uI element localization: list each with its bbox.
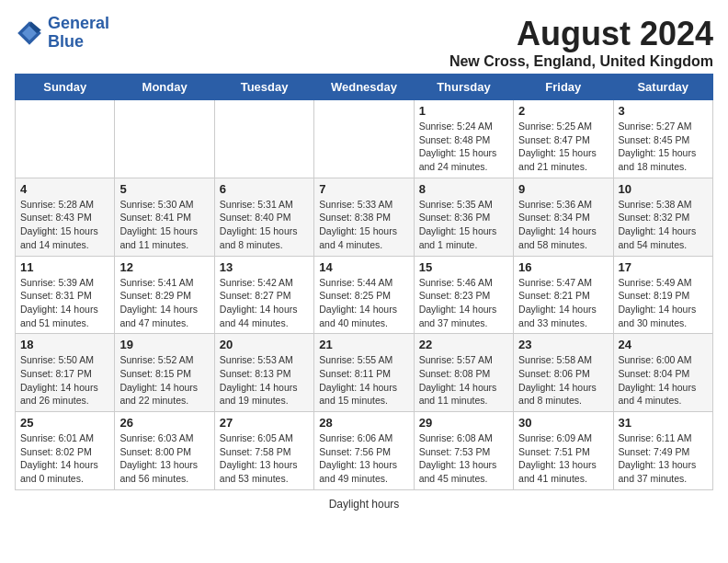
- calendar-cell: 10Sunrise: 5:38 AM Sunset: 8:32 PM Dayli…: [613, 178, 712, 256]
- calendar-table: SundayMondayTuesdayWednesdayThursdayFrid…: [15, 74, 713, 490]
- header: General Blue August 2024 New Cross, Engl…: [15, 15, 713, 70]
- calendar-cell: [314, 100, 414, 178]
- calendar-cell: 6Sunrise: 5:31 AM Sunset: 8:40 PM Daylig…: [214, 178, 313, 256]
- day-number: 8: [419, 182, 508, 196]
- day-number: 20: [220, 338, 309, 351]
- calendar-cell: 12Sunrise: 5:41 AM Sunset: 8:29 PM Dayli…: [115, 256, 214, 334]
- calendar-cell: 17Sunrise: 5:49 AM Sunset: 8:19 PM Dayli…: [613, 256, 712, 334]
- calendar-cell: 27Sunrise: 6:05 AM Sunset: 7:58 PM Dayli…: [214, 412, 313, 490]
- day-info: Sunrise: 5:33 AM Sunset: 8:38 PM Dayligh…: [319, 198, 408, 252]
- day-number: 13: [220, 260, 309, 274]
- calendar-cell: 30Sunrise: 6:09 AM Sunset: 7:51 PM Dayli…: [514, 412, 613, 490]
- day-info: Sunrise: 5:28 AM Sunset: 8:43 PM Dayligh…: [20, 198, 109, 252]
- day-info: Sunrise: 5:41 AM Sunset: 8:29 PM Dayligh…: [119, 276, 209, 330]
- footer-note: Daylight hours: [15, 498, 713, 511]
- calendar-cell: [16, 100, 115, 178]
- day-info: Sunrise: 5:46 AM Sunset: 8:23 PM Dayligh…: [419, 276, 508, 330]
- day-number: 18: [20, 338, 109, 351]
- day-info: Sunrise: 5:57 AM Sunset: 8:08 PM Dayligh…: [419, 353, 508, 408]
- day-info: Sunrise: 5:25 AM Sunset: 8:47 PM Dayligh…: [518, 120, 608, 174]
- calendar-cell: 14Sunrise: 5:44 AM Sunset: 8:25 PM Dayli…: [314, 256, 414, 334]
- calendar-cell: 29Sunrise: 6:08 AM Sunset: 7:53 PM Dayli…: [414, 412, 513, 490]
- day-info: Sunrise: 5:50 AM Sunset: 8:17 PM Dayligh…: [20, 353, 109, 408]
- calendar-cell: 2Sunrise: 5:25 AM Sunset: 8:47 PM Daylig…: [514, 100, 613, 178]
- calendar-cell: 1Sunrise: 5:24 AM Sunset: 8:48 PM Daylig…: [414, 100, 513, 178]
- day-number: 17: [619, 260, 708, 274]
- subtitle: New Cross, England, United Kingdom: [449, 53, 713, 70]
- day-number: 26: [119, 416, 209, 430]
- day-number: 15: [419, 260, 508, 274]
- day-header: Friday: [514, 75, 613, 100]
- calendar-cell: 9Sunrise: 5:36 AM Sunset: 8:34 PM Daylig…: [514, 178, 613, 256]
- day-number: 29: [419, 416, 508, 430]
- calendar-week: 1Sunrise: 5:24 AM Sunset: 8:48 PM Daylig…: [16, 100, 713, 178]
- calendar-cell: 25Sunrise: 6:01 AM Sunset: 8:02 PM Dayli…: [16, 412, 115, 490]
- day-info: Sunrise: 5:39 AM Sunset: 8:31 PM Dayligh…: [20, 276, 109, 330]
- day-info: Sunrise: 5:44 AM Sunset: 8:25 PM Dayligh…: [319, 276, 408, 330]
- calendar-cell: 21Sunrise: 5:55 AM Sunset: 8:11 PM Dayli…: [314, 334, 414, 412]
- calendar-cell: 26Sunrise: 6:03 AM Sunset: 8:00 PM Dayli…: [115, 412, 214, 490]
- day-info: Sunrise: 5:27 AM Sunset: 8:45 PM Dayligh…: [619, 120, 708, 174]
- day-header: Tuesday: [214, 75, 313, 100]
- day-info: Sunrise: 5:47 AM Sunset: 8:21 PM Dayligh…: [518, 276, 608, 330]
- day-info: Sunrise: 5:42 AM Sunset: 8:27 PM Dayligh…: [220, 276, 309, 330]
- calendar-cell: 11Sunrise: 5:39 AM Sunset: 8:31 PM Dayli…: [16, 256, 115, 334]
- calendar-cell: [115, 100, 214, 178]
- calendar-cell: 23Sunrise: 5:58 AM Sunset: 8:06 PM Dayli…: [514, 334, 613, 412]
- calendar-week: 11Sunrise: 5:39 AM Sunset: 8:31 PM Dayli…: [16, 256, 713, 334]
- day-info: Sunrise: 5:24 AM Sunset: 8:48 PM Dayligh…: [419, 120, 508, 174]
- day-info: Sunrise: 5:52 AM Sunset: 8:15 PM Dayligh…: [119, 353, 209, 408]
- day-info: Sunrise: 5:49 AM Sunset: 8:19 PM Dayligh…: [619, 276, 708, 330]
- calendar-week: 25Sunrise: 6:01 AM Sunset: 8:02 PM Dayli…: [16, 412, 713, 490]
- calendar-week: 4Sunrise: 5:28 AM Sunset: 8:43 PM Daylig…: [16, 178, 713, 256]
- day-number: 30: [518, 416, 608, 430]
- day-number: 9: [518, 182, 608, 196]
- day-info: Sunrise: 6:09 AM Sunset: 7:51 PM Dayligh…: [518, 431, 608, 486]
- day-info: Sunrise: 5:36 AM Sunset: 8:34 PM Dayligh…: [518, 198, 608, 252]
- day-info: Sunrise: 5:31 AM Sunset: 8:40 PM Dayligh…: [220, 198, 309, 252]
- day-number: 12: [119, 260, 209, 274]
- day-info: Sunrise: 5:55 AM Sunset: 8:11 PM Dayligh…: [319, 353, 408, 408]
- day-info: Sunrise: 5:58 AM Sunset: 8:06 PM Dayligh…: [518, 353, 608, 408]
- day-number: 31: [619, 416, 708, 430]
- calendar-cell: 18Sunrise: 5:50 AM Sunset: 8:17 PM Dayli…: [16, 334, 115, 412]
- day-number: 27: [220, 416, 309, 430]
- calendar-cell: 24Sunrise: 6:00 AM Sunset: 8:04 PM Dayli…: [613, 334, 712, 412]
- calendar-cell: 20Sunrise: 5:53 AM Sunset: 8:13 PM Dayli…: [214, 334, 313, 412]
- day-number: 22: [419, 338, 508, 351]
- main-title: August 2024: [449, 15, 713, 53]
- logo: General Blue: [15, 15, 109, 52]
- header-row: SundayMondayTuesdayWednesdayThursdayFrid…: [16, 75, 713, 100]
- day-info: Sunrise: 6:00 AM Sunset: 8:04 PM Dayligh…: [619, 353, 708, 408]
- day-info: Sunrise: 6:01 AM Sunset: 8:02 PM Dayligh…: [20, 431, 109, 486]
- day-number: 1: [419, 104, 508, 118]
- calendar-cell: 5Sunrise: 5:30 AM Sunset: 8:41 PM Daylig…: [115, 178, 214, 256]
- day-info: Sunrise: 6:08 AM Sunset: 7:53 PM Dayligh…: [419, 431, 508, 486]
- calendar-cell: 8Sunrise: 5:35 AM Sunset: 8:36 PM Daylig…: [414, 178, 513, 256]
- day-number: 6: [220, 182, 309, 196]
- calendar-cell: 7Sunrise: 5:33 AM Sunset: 8:38 PM Daylig…: [314, 178, 414, 256]
- day-info: Sunrise: 6:11 AM Sunset: 7:49 PM Dayligh…: [619, 431, 708, 486]
- day-info: Sunrise: 6:03 AM Sunset: 8:00 PM Dayligh…: [119, 431, 209, 486]
- day-info: Sunrise: 6:05 AM Sunset: 7:58 PM Dayligh…: [220, 431, 309, 486]
- calendar-cell: 13Sunrise: 5:42 AM Sunset: 8:27 PM Dayli…: [214, 256, 313, 334]
- calendar-cell: 28Sunrise: 6:06 AM Sunset: 7:56 PM Dayli…: [314, 412, 414, 490]
- day-number: 3: [619, 104, 708, 118]
- day-info: Sunrise: 5:35 AM Sunset: 8:36 PM Dayligh…: [419, 198, 508, 252]
- calendar-cell: [214, 100, 313, 178]
- day-number: 14: [319, 260, 408, 274]
- calendar-cell: 3Sunrise: 5:27 AM Sunset: 8:45 PM Daylig…: [613, 100, 712, 178]
- calendar-week: 18Sunrise: 5:50 AM Sunset: 8:17 PM Dayli…: [16, 334, 713, 412]
- calendar-cell: 22Sunrise: 5:57 AM Sunset: 8:08 PM Dayli…: [414, 334, 513, 412]
- day-header: Saturday: [613, 75, 712, 100]
- day-number: 5: [119, 182, 209, 196]
- logo-text: General Blue: [48, 15, 109, 52]
- day-number: 7: [319, 182, 408, 196]
- day-header: Wednesday: [314, 75, 414, 100]
- day-info: Sunrise: 5:38 AM Sunset: 8:32 PM Dayligh…: [619, 198, 708, 252]
- title-area: August 2024 New Cross, England, United K…: [449, 15, 713, 70]
- calendar-cell: 19Sunrise: 5:52 AM Sunset: 8:15 PM Dayli…: [115, 334, 214, 412]
- day-info: Sunrise: 5:30 AM Sunset: 8:41 PM Dayligh…: [119, 198, 209, 252]
- day-number: 28: [319, 416, 408, 430]
- calendar-cell: 31Sunrise: 6:11 AM Sunset: 7:49 PM Dayli…: [613, 412, 712, 490]
